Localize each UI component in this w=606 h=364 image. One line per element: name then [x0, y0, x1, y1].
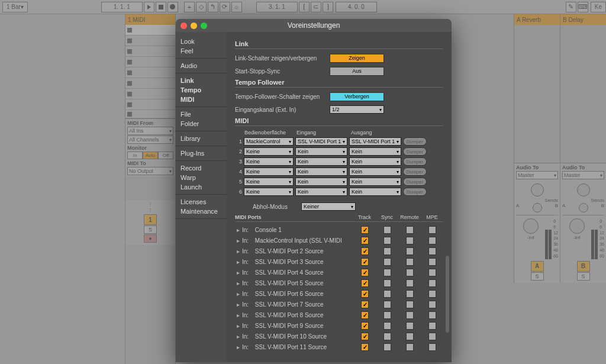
- port-sync-checkbox[interactable]: [383, 269, 391, 276]
- return-activate-a[interactable]: A: [531, 261, 544, 272]
- port-remote-checkbox[interactable]: [406, 279, 414, 287]
- expand-icon[interactable]: ▸: [235, 301, 242, 308]
- midi-in-select[interactable]: Kein: [295, 157, 347, 166]
- control-surface-select[interactable]: Keine: [244, 157, 294, 166]
- loop-switch[interactable]: ⊂: [311, 2, 321, 12]
- prefs-tab-maintenance[interactable]: Maintenance: [180, 207, 222, 216]
- audio-to-select[interactable]: Master: [516, 171, 558, 179]
- monitor-auto-btn[interactable]: Auto: [143, 152, 158, 159]
- send-knob-b[interactable]: [533, 203, 542, 212]
- port-sync-checkbox[interactable]: [383, 290, 391, 298]
- play-button[interactable]: [144, 2, 154, 12]
- minimize-icon[interactable]: [191, 22, 197, 29]
- track-record-button[interactable]: ●: [144, 234, 157, 243]
- port-remote-checkbox[interactable]: [406, 258, 414, 266]
- expand-icon[interactable]: ▸: [235, 227, 242, 233]
- expand-icon[interactable]: ▸: [235, 291, 242, 297]
- clip-slot[interactable]: [125, 36, 175, 46]
- port-remote-checkbox[interactable]: [406, 301, 414, 308]
- midi-out-select[interactable]: Kein: [349, 188, 401, 196]
- song-position[interactable]: 1. 1. 1: [101, 2, 143, 12]
- expand-icon[interactable]: ▸: [235, 269, 242, 276]
- control-surface-select[interactable]: Keine: [244, 178, 294, 186]
- port-remote-checkbox[interactable]: [406, 226, 414, 234]
- port-mpe-checkbox[interactable]: [428, 226, 436, 234]
- port-track-checkbox[interactable]: [361, 279, 369, 287]
- clip-slot[interactable]: [125, 99, 175, 110]
- port-track-checkbox[interactable]: [361, 247, 369, 255]
- return-header[interactable]: B Delay: [560, 14, 606, 25]
- dump-button[interactable]: Dumper: [403, 167, 427, 176]
- port-track-checkbox[interactable]: [361, 237, 369, 244]
- return-solo-a[interactable]: S: [531, 272, 544, 281]
- port-mpe-checkbox[interactable]: [428, 290, 436, 298]
- capture-btn[interactable]: ⟳: [220, 2, 230, 12]
- prefs-tab-launch[interactable]: Launch: [180, 182, 222, 192]
- send-knob[interactable]: [531, 183, 544, 197]
- clip-slot[interactable]: [125, 57, 175, 67]
- return-header[interactable]: A Reverb: [514, 14, 560, 25]
- draw-mode-btn[interactable]: ✎: [566, 2, 576, 12]
- midi-in-select[interactable]: Kein: [295, 147, 347, 156]
- overdub-btn[interactable]: +: [184, 2, 195, 12]
- pan-knob[interactable]: [523, 218, 539, 234]
- port-sync-checkbox[interactable]: [383, 226, 391, 234]
- midi-out-select[interactable]: Kein: [349, 178, 401, 186]
- port-sync-checkbox[interactable]: [383, 343, 391, 351]
- dump-button[interactable]: Dumper: [403, 188, 427, 196]
- loop-length[interactable]: 4. 0. 0: [336, 2, 377, 12]
- expand-icon[interactable]: ▸: [235, 323, 242, 329]
- midi-channel-select[interactable]: All Channels: [127, 136, 173, 144]
- takeover-mode-select[interactable]: Keiner: [301, 202, 356, 211]
- midi-in-select[interactable]: Kein: [295, 178, 347, 186]
- port-mpe-checkbox[interactable]: [428, 322, 436, 330]
- prefs-tab-file[interactable]: File: [180, 109, 222, 119]
- prefs-tab-midi[interactable]: MIDI: [180, 95, 222, 104]
- track-header[interactable]: 1 MIDI: [125, 14, 175, 25]
- prefs-tab-link[interactable]: Link: [180, 76, 222, 85]
- key-map-btn[interactable]: Ke: [591, 2, 606, 12]
- port-track-checkbox[interactable]: [361, 322, 369, 330]
- midi-out-select[interactable]: Kein: [349, 147, 401, 156]
- dump-button[interactable]: Dumper: [403, 137, 427, 146]
- pan-knob[interactable]: [569, 218, 585, 234]
- port-sync-checkbox[interactable]: [383, 279, 391, 287]
- close-icon[interactable]: [180, 22, 187, 29]
- port-sync-checkbox[interactable]: [383, 237, 391, 244]
- stop-button[interactable]: [156, 2, 166, 12]
- tempo-follower-toggle[interactable]: Verbergen: [330, 92, 384, 101]
- port-mpe-checkbox[interactable]: [428, 247, 436, 255]
- midi-out-select[interactable]: Kein: [349, 167, 401, 176]
- link-show-toggle[interactable]: Zeigen: [330, 54, 384, 63]
- port-remote-checkbox[interactable]: [406, 247, 414, 255]
- prefs-tab-plug-ins[interactable]: Plug-Ins: [180, 149, 222, 158]
- prefs-tab-licenses[interactable]: Licenses: [180, 197, 222, 207]
- port-mpe-checkbox[interactable]: [428, 258, 436, 266]
- punch-in-btn[interactable]: ⁅: [299, 2, 310, 12]
- port-mpe-checkbox[interactable]: [428, 301, 436, 308]
- loop-start[interactable]: 3. 1. 1: [256, 2, 298, 12]
- monitor-in-btn[interactable]: In: [127, 152, 143, 159]
- track-solo-button[interactable]: S: [144, 226, 157, 234]
- port-track-checkbox[interactable]: [361, 226, 369, 234]
- expand-icon[interactable]: ▸: [235, 237, 242, 244]
- dump-button[interactable]: Dumper: [403, 147, 427, 156]
- clip-slot[interactable]: [125, 46, 175, 57]
- port-sync-checkbox[interactable]: [383, 311, 391, 319]
- port-mpe-checkbox[interactable]: [428, 343, 436, 351]
- return-solo-b[interactable]: S: [577, 272, 590, 281]
- port-track-checkbox[interactable]: [361, 333, 369, 340]
- port-sync-checkbox[interactable]: [383, 301, 391, 308]
- port-track-checkbox[interactable]: [361, 269, 369, 276]
- track-arm-button[interactable]: 1: [144, 214, 157, 225]
- port-mpe-checkbox[interactable]: [428, 311, 436, 319]
- clip-slot[interactable]: [125, 25, 175, 36]
- port-sync-checkbox[interactable]: [383, 258, 391, 266]
- quantize-select[interactable]: 1 Bar ▾: [2, 2, 28, 12]
- midi-in-select[interactable]: Kein: [295, 167, 347, 176]
- prefs-tab-folder[interactable]: Folder: [180, 119, 222, 128]
- ports-scrollbar[interactable]: [446, 256, 449, 333]
- prefs-tab-warp[interactable]: Warp: [180, 173, 222, 182]
- prefs-tab-library[interactable]: Library: [180, 134, 222, 143]
- port-remote-checkbox[interactable]: [406, 322, 414, 330]
